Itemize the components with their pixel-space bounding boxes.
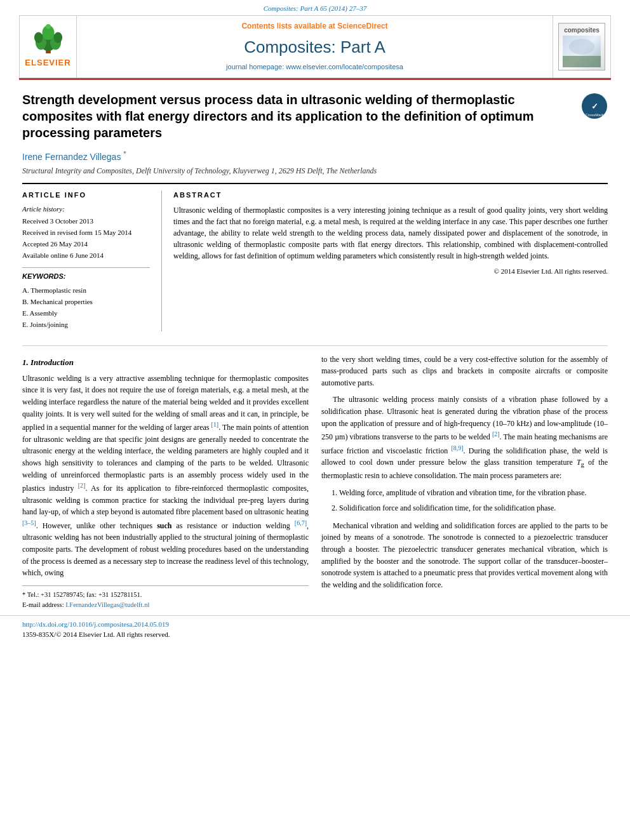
footnote-email: E-mail address: I.FernandezVillegas@tude…	[22, 600, 309, 610]
article-title: Strength development versus process data…	[22, 91, 608, 141]
svg-text:✓: ✓	[591, 102, 598, 111]
keywords-section: Keywords: A. Thermoplastic resin B. Mech…	[22, 267, 150, 330]
svg-point-8	[46, 24, 51, 29]
received-date: Received 3 October 2013	[22, 217, 150, 227]
body-col-right: to the very short welding times, could b…	[321, 354, 608, 611]
email-link[interactable]: I.FernandezVillegas@tudelft.nl	[65, 601, 149, 608]
section-divider	[22, 345, 608, 346]
journal-title-area: Contents lists available at ScienceDirec…	[77, 16, 553, 77]
abstract-title: ABSTRACT	[173, 190, 608, 201]
doi-link[interactable]: http://dx.doi.org/10.1016/j.compositesa.…	[22, 620, 608, 630]
accepted-date: Accepted 26 May 2014	[22, 239, 150, 250]
footnote-tel: * Tel.: +31 152789745; fax: +31 15278115…	[22, 590, 309, 600]
ref-2: [2]	[78, 482, 86, 489]
article-info-title: ARTICLE INFO	[22, 190, 150, 201]
online-date: Available online 6 June 2014	[22, 251, 150, 261]
doi-section: http://dx.doi.org/10.1016/j.compositesa.…	[0, 615, 630, 644]
issn-text: 1359-835X/© 2014 Elsevier Ltd. All right…	[22, 630, 608, 640]
right-para-1: to the very short welding times, could b…	[321, 354, 608, 389]
process-params-list: Welding force, amplitude of vibration an…	[339, 487, 608, 514]
journal-header: ELSEVIER Contents lists available at Sci…	[19, 15, 611, 78]
abstract-text: Ultrasonic welding of thermoplastic comp…	[173, 204, 608, 262]
intro-para-1: Ultrasonic welding is a very attractive …	[22, 373, 309, 579]
author-affiliation: Structural Integrity and Composites, Del…	[22, 166, 608, 177]
crossmark-badge[interactable]: ✓ CrossMark	[581, 93, 608, 123]
ref-3-5: [3–5]	[22, 519, 36, 526]
section-1-heading: 1. Introduction	[22, 356, 309, 369]
revised-date: Received in revised form 15 May 2014	[22, 228, 150, 238]
composites-logo: composites	[558, 23, 605, 70]
composites-logo-area: composites	[553, 16, 610, 77]
ref-2b: [2]	[492, 430, 500, 437]
right-para-3: Mechanical vibration and welding and sol…	[321, 520, 608, 591]
article-content: ✓ CrossMark Strength development versus …	[0, 80, 630, 338]
keyword-1: A. Thermoplastic resin	[22, 286, 150, 296]
svg-point-4	[34, 32, 42, 43]
keyword-4: E. Joints/joining	[22, 320, 150, 330]
copyright-line: © 2014 Elsevier Ltd. All rights reserved…	[173, 267, 608, 277]
history-label: Article history:	[22, 204, 150, 215]
elsevier-tree-icon	[29, 24, 67, 55]
footnote-section: * Tel.: +31 152789745; fax: +31 15278115…	[22, 585, 309, 611]
keywords-label: Keywords:	[22, 272, 150, 282]
list-item-i: Welding force, amplitude of vibration an…	[339, 487, 608, 498]
elsevier-brand-text: ELSEVIER	[25, 57, 70, 69]
list-item-ii: Solidification force and solidification …	[339, 502, 608, 514]
elsevier-logo-area: ELSEVIER	[20, 16, 77, 77]
ref-1: [1]	[211, 421, 219, 428]
right-para-2: The ultrasonic welding process mainly co…	[321, 394, 608, 481]
ref-6-7: [6,7]	[295, 519, 307, 526]
author-name: Irene Fernandez Villegas *	[22, 149, 608, 163]
ref-8-9: [8,9]	[451, 444, 463, 451]
journal-title: Composites: Part A	[83, 36, 546, 60]
article-info-panel: ARTICLE INFO Article history: Received 3…	[22, 190, 162, 331]
abstract-panel: ABSTRACT Ultrasonic welding of thermopla…	[162, 190, 608, 331]
svg-point-5	[53, 32, 62, 43]
science-direct-text: Contents lists available at ScienceDirec…	[83, 21, 546, 32]
author-footnote-marker: *	[123, 149, 126, 157]
svg-rect-7	[46, 50, 51, 53]
body-col-left: 1. Introduction Ultrasonic welding is a …	[22, 354, 309, 611]
journal-reference: Composites: Part A 65 (2014) 27–37	[0, 0, 630, 15]
body-content: 1. Introduction Ultrasonic welding is a …	[0, 354, 630, 611]
info-abstract-container: ARTICLE INFO Article history: Received 3…	[22, 183, 608, 331]
keyword-3: E. Assembly	[22, 309, 150, 319]
journal-homepage: journal homepage: www.elsevier.com/locat…	[83, 62, 546, 72]
svg-text:CrossMark: CrossMark	[585, 113, 604, 117]
keyword-2: B. Mechanical properties	[22, 297, 150, 307]
